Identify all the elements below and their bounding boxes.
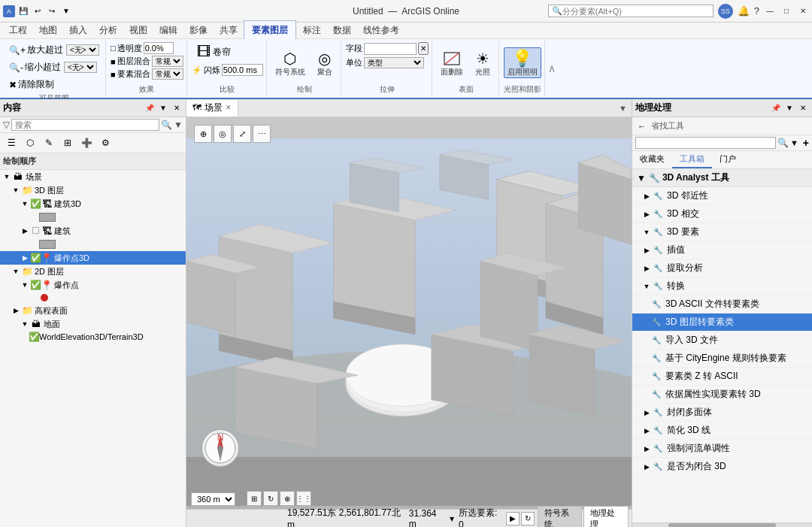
extract-expand[interactable]: ▶ <box>641 263 652 274</box>
flash-input[interactable] <box>222 64 263 76</box>
quick-access-save[interactable]: 💾 <box>17 5 29 17</box>
gp-section-3d-analyst[interactable]: ▼ 🔧 3D Analyst 工具 <box>632 169 812 187</box>
simplify-3d-expand[interactable]: ▶ <box>641 426 652 436</box>
scene-expand[interactable]: ▼ <box>2 171 12 182</box>
btn-enable-lighting[interactable]: 💡 启用照明 <box>504 47 541 78</box>
gp-item-3d-proximity[interactable]: ▶ 🔧 3D 邻近性 <box>632 187 812 205</box>
grid-btn[interactable]: ⊞ <box>59 135 76 151</box>
3d-intersect-expand[interactable]: ▶ <box>641 209 652 220</box>
gp-item-convert[interactable]: ▼ 🔧 转换 <box>632 277 812 295</box>
layer-view-btn[interactable]: ⬡ <box>22 135 38 151</box>
gp-search-dropdown[interactable]: ▼ <box>790 138 798 147</box>
gp-item-cityengine[interactable]: 🔧 基于 CityEngine 规则转换要素 <box>632 350 812 368</box>
map-tool-bookmark[interactable]: ⋮⋮ <box>296 491 311 506</box>
tab-symbology[interactable]: 符号系统 <box>538 506 583 528</box>
building3d-check[interactable]: ✅ <box>30 198 41 209</box>
gp-item-is-closed[interactable]: ▶ 🔧 是否为闭合 3D <box>632 458 812 476</box>
terrain-check[interactable]: ✅ <box>29 332 39 342</box>
feature-blend-dropdown[interactable]: 常规 <box>152 68 183 80</box>
gp-item-import-3d[interactable]: 🔧 导入 3D 文件 <box>632 332 812 350</box>
scale-dropdown[interactable]: 360 m <box>191 492 235 506</box>
quick-access-more[interactable]: ▼ <box>60 5 72 17</box>
map-tool-extent[interactable]: ⊞ <box>247 491 262 506</box>
field-clear-btn[interactable]: ✕ <box>418 42 429 55</box>
tree-item-elevation[interactable]: ▶ 📁 高程表面 <box>0 304 186 317</box>
3d-feature-expand[interactable]: ▼ <box>641 227 652 238</box>
blast3d-check[interactable]: ✅ <box>30 253 41 263</box>
title-search-box[interactable]: 🔍 <box>548 5 714 17</box>
elevation-expand[interactable]: ▶ <box>11 305 21 316</box>
btn-zoom-in-beyond[interactable]: 🔍+ 放大超过 <无> <box>6 42 102 58</box>
btn-clear-limit[interactable]: ✖ 清除限制 <box>6 77 57 92</box>
gp-item-3d-ascii[interactable]: 🔧 3D ASCII 文件转要素类 <box>632 295 812 313</box>
3d-proximity-expand[interactable]: ▶ <box>641 191 652 201</box>
convert-expand[interactable]: ▼ <box>641 281 652 292</box>
gp-item-3d-intersect[interactable]: ▶ 🔧 3D 相交 <box>632 205 812 223</box>
list-view-btn[interactable]: ☰ <box>3 135 20 151</box>
is-closed-expand[interactable]: ▶ <box>641 462 652 472</box>
3d-analyst-expand[interactable]: ▼ <box>637 173 646 183</box>
props-btn[interactable]: ⚙ <box>97 135 114 151</box>
panel-menu-icon[interactable]: ▼ <box>157 102 169 114</box>
zoom-out-dropdown[interactable]: <无> <box>64 62 97 73</box>
gp-item-z-ascii[interactable]: 🔧 要素类 Z 转 ASCII <box>632 368 812 386</box>
tree-item-3d-layers[interactable]: ▼ 📁 3D 图层 <box>0 183 186 197</box>
menu-item-edit[interactable]: 编辑 <box>153 23 183 38</box>
menu-item-feature-layer[interactable]: 要素图层 <box>244 20 296 41</box>
tab-geoprocessing[interactable]: 地理处理 <box>583 506 629 528</box>
scene-tab-menu[interactable]: ▼ <box>614 102 632 114</box>
gp-item-3d-feature[interactable]: ▼ 🔧 3D 要素 <box>632 223 812 241</box>
left-panel-search-input[interactable] <box>11 119 159 131</box>
scene-tab-close[interactable]: ✕ <box>226 104 232 111</box>
menu-item-imagery[interactable]: 影像 <box>183 23 214 38</box>
maximize-button[interactable]: □ <box>780 5 792 17</box>
btn-symbology[interactable]: ⬡ 符号系统 <box>271 47 309 78</box>
menu-item-linear-ref[interactable]: 线性参考 <box>357 23 405 38</box>
gp-search-icon[interactable]: 🔍 <box>777 138 789 148</box>
map-tool-rotate[interactable]: ↻ <box>263 491 278 506</box>
ground-expand[interactable]: ▼ <box>20 319 30 329</box>
building-expand[interactable]: ▶ <box>20 226 30 236</box>
gp-add-btn[interactable]: + <box>803 137 809 149</box>
compass[interactable]: N <box>201 429 239 467</box>
minimize-button[interactable]: — <box>764 5 776 17</box>
blast3d-expand[interactable]: ▶ <box>20 253 30 263</box>
panel-close-icon[interactable]: ✕ <box>171 102 183 114</box>
gp-close-icon[interactable]: ✕ <box>797 102 809 114</box>
search-icon[interactable]: 🔍 <box>161 120 172 130</box>
type-dropdown[interactable]: 类型 <box>364 57 424 68</box>
gp-back-btn[interactable]: ← <box>635 121 648 132</box>
building3d-expand[interactable]: ▼ <box>20 198 30 209</box>
quick-access-redo[interactable]: ↪ <box>46 5 58 17</box>
close-solid-expand[interactable]: ▶ <box>641 407 652 418</box>
blast-check[interactable]: ✅ <box>30 280 41 290</box>
gp-item-close-solid[interactable]: ▶ 🔧 封闭多面体 <box>632 404 812 422</box>
gp-item-attr-3d[interactable]: 🔧 依据属性实现要素转 3D <box>632 386 812 404</box>
draw-btn[interactable]: ✎ <box>41 135 57 151</box>
gp-tab-toolbox[interactable]: 工具箱 <box>672 151 712 168</box>
search-options-icon[interactable]: ▼ <box>174 120 183 130</box>
tool-btn-4[interactable]: ⋯ <box>253 125 271 143</box>
btn-lighting[interactable]: ☀ 光照 <box>470 47 495 78</box>
btn-scroll[interactable]: 🎞 卷帘 <box>192 42 237 62</box>
tree-item-building[interactable]: ▶ ☐ 🏗 建筑 <box>0 224 186 238</box>
gp-item-extract[interactable]: ▶ 🔧 提取分析 <box>632 259 812 277</box>
title-search-input[interactable] <box>562 7 683 16</box>
building-check[interactable]: ☐ <box>30 226 41 236</box>
close-button[interactable]: ✕ <box>797 5 809 17</box>
quick-access-undo[interactable]: ↩ <box>32 5 44 17</box>
tree-item-building3d[interactable]: ▼ ✅ 🏗 建筑3D <box>0 197 186 210</box>
menu-item-share[interactable]: 共享 <box>214 23 244 38</box>
3d-layers-expand[interactable]: ▼ <box>11 185 21 195</box>
zoom-in-dropdown[interactable]: <无> <box>66 44 99 56</box>
play-btn[interactable]: ▶ <box>506 512 520 525</box>
refresh-btn[interactable]: ↻ <box>521 512 535 525</box>
gp-scrollbar[interactable] <box>632 522 812 527</box>
menu-item-label[interactable]: 标注 <box>297 23 327 38</box>
tool-btn-1[interactable]: ⊕ <box>194 125 212 143</box>
gp-search-input[interactable] <box>635 137 776 149</box>
notification-icon[interactable]: 🔔 <box>738 5 750 17</box>
gp-tab-portal[interactable]: 门户 <box>712 151 744 168</box>
blast-expand[interactable]: ▼ <box>20 280 30 290</box>
gp-tab-favorites[interactable]: 收藏夹 <box>632 151 672 168</box>
